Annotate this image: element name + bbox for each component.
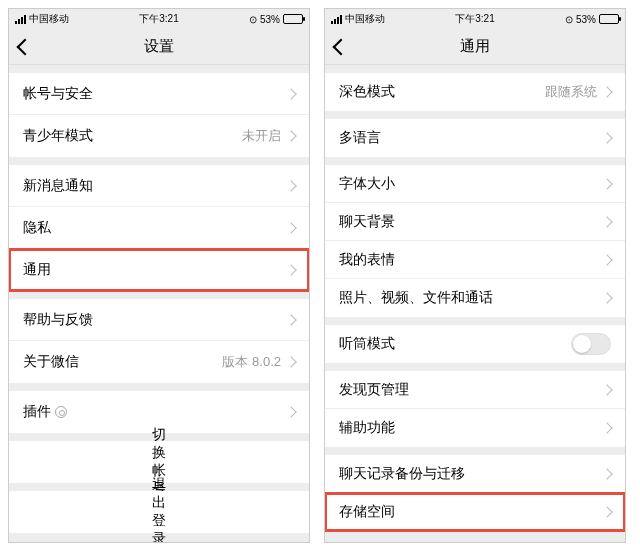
row-label: 关于微信	[23, 353, 222, 371]
chevron-right-icon	[601, 506, 612, 517]
row-label: 通用	[23, 261, 287, 279]
chevron-right-icon	[601, 384, 612, 395]
row-privacy[interactable]: 隐私	[9, 207, 309, 249]
row-logout[interactable]: 退出登录	[9, 491, 309, 533]
back-icon[interactable]	[333, 38, 350, 55]
row-dark-mode[interactable]: 深色模式 跟随系统	[325, 73, 625, 111]
rotation-lock-icon: ⊙	[565, 14, 573, 25]
row-label: 照片、视频、文件和通话	[339, 289, 603, 307]
battery-pct: 53%	[260, 14, 280, 25]
row-label: 字体大小	[339, 175, 603, 193]
row-accessibility[interactable]: 辅助功能	[325, 409, 625, 447]
rotation-lock-icon: ⊙	[249, 14, 257, 25]
carrier-label: 中国移动	[29, 12, 69, 26]
chevron-right-icon	[285, 180, 296, 191]
navbar: 设置	[9, 29, 309, 65]
row-label: 隐私	[23, 219, 287, 237]
chevron-right-icon	[285, 356, 296, 367]
clock: 下午3:21	[139, 12, 178, 26]
signal-icon	[331, 15, 342, 24]
target-icon	[55, 406, 67, 418]
page-title: 通用	[460, 37, 490, 56]
chevron-right-icon	[601, 132, 612, 143]
chevron-right-icon	[285, 314, 296, 325]
chevron-right-icon	[285, 222, 296, 233]
row-notifications[interactable]: 新消息通知	[9, 165, 309, 207]
chevron-right-icon	[601, 254, 612, 265]
row-label: 帮助与反馈	[23, 311, 287, 329]
chevron-right-icon	[601, 422, 612, 433]
plugins-text: 插件	[23, 403, 51, 421]
row-label: 听筒模式	[339, 335, 571, 353]
row-label: 发现页管理	[339, 381, 603, 399]
row-label: 辅助功能	[339, 419, 603, 437]
row-value: 未开启	[242, 127, 281, 145]
carrier-label: 中国移动	[345, 12, 385, 26]
battery-icon	[283, 14, 303, 24]
row-storage[interactable]: 存储空间	[325, 493, 625, 531]
chevron-right-icon	[601, 86, 612, 97]
battery-icon	[599, 14, 619, 24]
row-label: 新消息通知	[23, 177, 287, 195]
status-bar: 中国移动 下午3:21 ⊙ 53%	[9, 9, 309, 29]
navbar: 通用	[325, 29, 625, 65]
battery-pct: 53%	[576, 14, 596, 25]
toggle-off[interactable]	[571, 333, 611, 355]
row-teen-mode[interactable]: 青少年模式 未开启	[9, 115, 309, 157]
row-chat-background[interactable]: 聊天背景	[325, 203, 625, 241]
row-label: 退出登录	[152, 476, 166, 542]
row-media[interactable]: 照片、视频、文件和通话	[325, 279, 625, 317]
row-discover-manage[interactable]: 发现页管理	[325, 371, 625, 409]
row-general[interactable]: 通用	[9, 249, 309, 291]
chevron-right-icon	[285, 406, 296, 417]
chevron-right-icon	[285, 264, 296, 275]
back-icon[interactable]	[17, 38, 34, 55]
general-screen: 中国移动 下午3:21 ⊙ 53% 通用 深色模式 跟随系统 多语言	[324, 8, 626, 543]
row-label: 深色模式	[339, 83, 545, 101]
row-my-stickers[interactable]: 我的表情	[325, 241, 625, 279]
row-earpiece-mode[interactable]: 听筒模式	[325, 325, 625, 363]
page-title: 设置	[144, 37, 174, 56]
row-value: 跟随系统	[545, 83, 597, 101]
row-font-size[interactable]: 字体大小	[325, 165, 625, 203]
chevron-right-icon	[601, 178, 612, 189]
clock: 下午3:21	[455, 12, 494, 26]
row-label: 聊天背景	[339, 213, 603, 231]
settings-screen: 中国移动 下午3:21 ⊙ 53% 设置 帐号与安全 青少年模式 未开启 新消息…	[8, 8, 310, 543]
status-bar: 中国移动 下午3:21 ⊙ 53%	[325, 9, 625, 29]
row-about[interactable]: 关于微信 版本 8.0.2	[9, 341, 309, 383]
chevron-right-icon	[285, 130, 296, 141]
row-chat-backup[interactable]: 聊天记录备份与迁移	[325, 455, 625, 493]
chevron-right-icon	[601, 468, 612, 479]
settings-list: 帐号与安全 青少年模式 未开启 新消息通知 隐私 通用	[9, 65, 309, 542]
row-label: 我的表情	[339, 251, 603, 269]
row-label: 聊天记录备份与迁移	[339, 465, 603, 483]
row-label: 多语言	[339, 129, 603, 147]
row-value: 版本 8.0.2	[222, 353, 281, 371]
row-language[interactable]: 多语言	[325, 119, 625, 157]
row-label: 存储空间	[339, 503, 603, 521]
row-label: 插件	[23, 403, 287, 421]
general-list: 深色模式 跟随系统 多语言 字体大小 聊天背景 我的表情	[325, 65, 625, 542]
row-help-feedback[interactable]: 帮助与反馈	[9, 299, 309, 341]
chevron-right-icon	[601, 292, 612, 303]
row-label: 帐号与安全	[23, 85, 287, 103]
chevron-right-icon	[285, 88, 296, 99]
chevron-right-icon	[601, 216, 612, 227]
row-label: 青少年模式	[23, 127, 242, 145]
row-account-security[interactable]: 帐号与安全	[9, 73, 309, 115]
signal-icon	[15, 15, 26, 24]
